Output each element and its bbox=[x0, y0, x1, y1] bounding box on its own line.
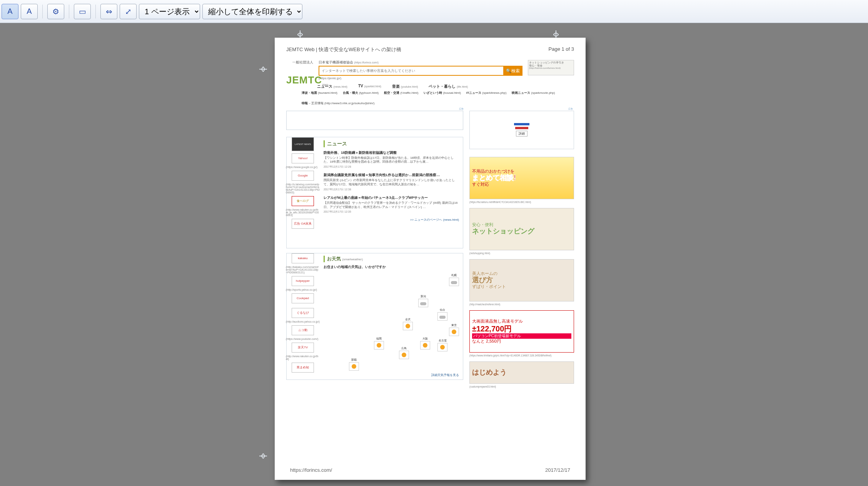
banner-headline: ネットショッピング bbox=[472, 227, 571, 236]
source-thumb[interactable]: ニコ動 bbox=[292, 325, 314, 335]
weather-city[interactable]: 那覇 bbox=[347, 358, 361, 371]
page-print-header: JEMTC Web | 快適で安全なWEBサイトへ の架け橋 Page 1 of… bbox=[286, 46, 574, 53]
weather-city[interactable]: 金沢 bbox=[401, 318, 415, 331]
preview-workspace: JEMTC Web | 快適で安全なWEBサイトへ の架け橋 Page 1 of… bbox=[0, 23, 868, 486]
news-item[interactable]: レアルがW上最の座線＝年始のパチューネ3点…クラブWPサッカー【共同通信会配信】… bbox=[324, 195, 459, 214]
page-print-footer: https://forincs.com/ 2017/12/17 bbox=[290, 467, 570, 473]
text-mode-a-button[interactable]: A bbox=[2, 4, 18, 19]
ad-detail-button[interactable]: 詳細 bbox=[516, 131, 527, 136]
source-thumb[interactable]: Cookpad bbox=[292, 293, 314, 303]
news-card: LATEST NEWSYahoo!(https://www.google.co.… bbox=[286, 137, 463, 248]
settings-button[interactable]: ⚙ bbox=[47, 4, 64, 19]
footer-url: https://forincs.com/ bbox=[290, 467, 332, 473]
source-thumb[interactable]: Yahoo! bbox=[292, 153, 314, 163]
fit-page-button[interactable]: ⤢ bbox=[120, 4, 137, 19]
nav-item[interactable]: 音楽 (youtube.html) bbox=[392, 84, 418, 89]
margin-handle-left-top[interactable] bbox=[259, 65, 267, 74]
source-thumb[interactable]: hotpepper bbox=[292, 276, 314, 286]
source-url: (http://auctions.yahoo.co.jp/) bbox=[286, 320, 320, 323]
hero-line2: 安心・安全 bbox=[529, 64, 573, 67]
banner-url: (http://matched/referer.html) bbox=[469, 303, 574, 306]
banner-url: (customprepare03.html) bbox=[469, 385, 574, 388]
banner-url: (https://fa.baitoru.net/lift/aHC?COA1422… bbox=[469, 201, 574, 203]
source-url: (http://sports.yahoo.co.jp/) bbox=[286, 288, 320, 291]
weather-card: kakaku(http://kakaku.com/smartreferral?A… bbox=[286, 253, 463, 380]
source-thumb[interactable]: Google bbox=[292, 171, 314, 181]
weather-city[interactable]: 大阪 bbox=[418, 337, 432, 350]
weather-more-link[interactable]: 詳細天気予報を見る bbox=[431, 373, 459, 377]
single-page-button[interactable]: ▭ bbox=[74, 4, 91, 19]
news-title: 新潟県会議新党所属を候補＝知事方向性L作るは選択か…前新潟の部推察… bbox=[324, 173, 459, 178]
weather-city[interactable]: 名古屋 bbox=[435, 339, 450, 352]
text-mode-b-button[interactable]: A bbox=[21, 4, 38, 19]
city-name: 仙台 bbox=[435, 308, 450, 312]
side-small-ad[interactable]: 広告 詳細 bbox=[469, 111, 574, 149]
scale-select[interactable]: 縮小して全体を印刷する bbox=[202, 4, 302, 19]
gear-icon: ⚙ bbox=[52, 7, 59, 16]
site-header: 一般社団法人 日本電子機器補修協会 (https://forincs.com/)… bbox=[286, 60, 574, 80]
news-heading: ニュース bbox=[324, 140, 459, 147]
page-view-select[interactable]: 1 ページ表示 bbox=[139, 4, 200, 19]
news-more-link[interactable]: >> ニュースのページへ (news.html) bbox=[324, 218, 459, 222]
logo-sub: Web bbox=[322, 83, 328, 87]
weather-city[interactable]: 仙台 bbox=[435, 308, 450, 321]
source-thumb[interactable]: ぐるなび bbox=[292, 308, 314, 318]
search-button[interactable]: 🔍検索 bbox=[503, 66, 522, 76]
source-thumb[interactable]: 食べログ bbox=[292, 196, 314, 206]
sun-icon bbox=[399, 351, 409, 359]
weather-city[interactable]: 札幌 bbox=[447, 273, 461, 286]
side-banner[interactable]: 大画面液晶無し高速モデル±122,700円パソコンPC初登場新モデルなんと 2,… bbox=[469, 310, 574, 353]
weather-source-column: kakaku(http://kakaku.com/smartreferral?A… bbox=[285, 253, 320, 373]
side-banner[interactable]: はじめよう bbox=[469, 361, 574, 384]
side-banner[interactable]: 安心・便利ネットショッピング bbox=[469, 208, 574, 250]
search-bar: 🔍検索 bbox=[319, 66, 522, 76]
news-item[interactable]: 防衛外務、18防衛綱＋新防衛相初協議など調整【ワシントン時事】防衛外相会談は17… bbox=[324, 150, 459, 169]
news-body: 【ワシントン時事】防衛外相会談は17日、新防衛相が当たる。18時頃、岸本を近郊の… bbox=[324, 156, 459, 165]
source-thumb[interactable]: 楽天TV bbox=[292, 343, 314, 353]
nav-item[interactable]: ペット・暮らし (life.html) bbox=[429, 84, 468, 89]
main-ad-box[interactable]: 広告 bbox=[286, 111, 463, 130]
subnav-item[interactable]: 津波・地震 (tsunami.html) bbox=[302, 91, 337, 96]
source-thumb[interactable]: 広告 OA家具 bbox=[292, 219, 314, 229]
weather-city[interactable]: 新潟 bbox=[416, 295, 431, 308]
news-item[interactable]: 新潟県会議新党所属を候補＝知事方向性L作るは選択か…前新潟の部推察…国民民新党 … bbox=[324, 173, 459, 191]
letter-a-outline-icon: A bbox=[27, 7, 32, 16]
ad-label: 広告 bbox=[459, 107, 464, 111]
city-name: 新潟 bbox=[416, 295, 431, 298]
margin-handle-left-bottom[interactable] bbox=[259, 451, 267, 461]
page-title: JEMTC Web | 快適で安全なWEBサイトへ の架け橋 bbox=[286, 46, 401, 53]
weather-map: 札幌新潟仙台東京金沢大阪名古屋広島福岡那覇 bbox=[324, 270, 459, 369]
source-thumb[interactable]: 業まめ知 bbox=[292, 363, 314, 373]
subnav-item[interactable]: ITニュース (sparkitnews.php) bbox=[466, 91, 506, 96]
hero-banner[interactable]: ネットショッピングの手引き 安心・安全 (http://forincs.com/… bbox=[528, 60, 574, 75]
city-name: 福岡 bbox=[372, 337, 386, 341]
nav-item[interactable]: TV (sparklet.html) bbox=[358, 84, 381, 89]
weather-city[interactable]: 福岡 bbox=[372, 337, 386, 350]
site-logo[interactable]: JEMTCWeb bbox=[286, 74, 328, 87]
fit-page-icon: ⤢ bbox=[125, 7, 132, 16]
city-name: 金沢 bbox=[401, 318, 415, 321]
sub-nav: 津波・地震 (tsunami.html)台風・噴火 (typhoon.html)… bbox=[302, 91, 574, 106]
source-thumb[interactable]: kakaku bbox=[292, 253, 314, 263]
subnav-item[interactable]: いざという時 (bousai.html) bbox=[424, 91, 461, 96]
search-input[interactable] bbox=[319, 66, 503, 76]
org-info: 一般社団法人 bbox=[286, 60, 313, 65]
source-thumb[interactable]: LATEST NEWS bbox=[292, 137, 314, 151]
source-url: (http://www.rakuten.co.jp/that) bbox=[286, 355, 320, 360]
subnav-item[interactable]: 特報 – 芝居情報 (http://www3.nhk.or.jp/sokuho/… bbox=[302, 101, 374, 106]
city-name: 名古屋 bbox=[435, 339, 450, 343]
print-preview-toolbar: A A ⚙ ▭ ⇔ ⤢ 1 ページ表示 縮小して全体を印刷する bbox=[0, 0, 868, 23]
subnav-item[interactable]: 映画ニュース (sparkmovie.php) bbox=[512, 91, 555, 96]
news-body: 国民民新党 (ルビン）の市新同党本年をなした上に示すクリマリエンドンしか遊いがあ… bbox=[324, 178, 459, 187]
fit-width-button[interactable]: ⇔ bbox=[100, 4, 117, 19]
side-banner[interactable]: 美人ホームの選び方ずばり・ポイント bbox=[469, 259, 574, 301]
subnav-item[interactable]: 台風・噴火 (typhoon.html) bbox=[343, 91, 379, 96]
news-source-column: LATEST NEWSYahoo!(https://www.google.co.… bbox=[285, 137, 320, 229]
subnav-item[interactable]: 航空・交通 (f-traffic.html) bbox=[384, 91, 418, 96]
weather-city[interactable]: 東京 bbox=[447, 323, 461, 336]
side-banner[interactable]: 不用品のおかたづけをまとめて相談!すぐ対応 bbox=[469, 157, 574, 199]
source-url: (http://kakaku.com/smartreferral?AuP=GA1… bbox=[286, 266, 320, 274]
sun-icon bbox=[403, 322, 413, 330]
weather-city[interactable]: 広島 bbox=[397, 346, 411, 360]
ad-label-icon: 広告 bbox=[568, 107, 573, 111]
